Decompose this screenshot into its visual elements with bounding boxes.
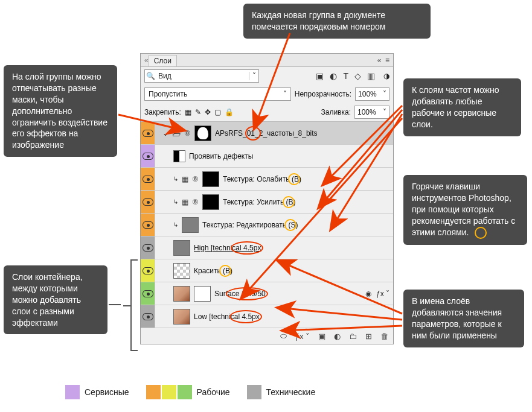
callout-layer-names: В имена слоёв добавляются значения парам…	[403, 290, 524, 347]
layer-body: Low [technical 4.5px	[155, 309, 393, 325]
fill-input[interactable]: 100% ˅	[354, 106, 389, 119]
layers-panel: « Слои « ≡ 🔍 Вид ˅ ▣ ◐ T ◇ ▥ ◑ Пропустит…	[140, 53, 394, 344]
opacity-value: 100%	[358, 90, 377, 98]
eye-icon	[143, 176, 153, 183]
layer-row[interactable]: Проявить дефекты	[141, 145, 393, 168]
group-mask-thumb[interactable]	[194, 125, 211, 141]
layer-name[interactable]: Текстура: Ослабить (B)	[223, 175, 301, 183]
new-layer-icon[interactable]: ⊞	[365, 332, 372, 341]
clip-icon: ↳	[173, 176, 178, 182]
layer-row[interactable]: Low [technical 4.5px	[141, 305, 393, 328]
bracket	[130, 259, 138, 351]
lock-brush-icon[interactable]: ✎	[195, 108, 201, 116]
layer-thumb[interactable]	[173, 263, 190, 279]
layer-thumb[interactable]	[202, 171, 219, 187]
visibility-toggle[interactable]	[141, 259, 155, 282]
layer-thumb[interactable]	[182, 217, 199, 233]
legend-tech: Технические	[247, 385, 316, 399]
layer-name[interactable]: Текстура: Усилить (B)	[223, 198, 296, 206]
filter-mode: Вид	[156, 72, 249, 80]
layer-thumb[interactable]	[173, 240, 190, 256]
blend-mode-value: Пропустить	[149, 90, 187, 98]
group-icon[interactable]: 🗀	[349, 332, 357, 341]
layer-row[interactable]: ↳▦⑧Текстура: Усилить (B)	[141, 191, 393, 214]
legend-service-label: Сервисные	[85, 387, 129, 397]
layer-thumb[interactable]	[173, 286, 190, 302]
layer-thumb[interactable]	[202, 194, 219, 210]
filter-toggle-icon[interactable]: ◑	[383, 72, 389, 80]
layer-thumb[interactable]	[194, 286, 211, 302]
link-icon: ⑧	[192, 175, 199, 183]
fx-indicator[interactable]: ƒx ˅	[376, 290, 389, 298]
layer-row[interactable]: Красить (B)	[141, 259, 393, 282]
layer-row[interactable]: ↳Текстура: Редактировать (S)	[141, 214, 393, 236]
clip-icon: ↳	[173, 221, 178, 228]
layer-name[interactable]: High [technical 4.5px	[194, 244, 261, 252]
link-icon[interactable]: ⬭	[280, 331, 287, 341]
smart-filter-icon[interactable]: ◉	[365, 290, 371, 298]
layer-body: ↳Текстура: Редактировать (S)	[155, 217, 393, 233]
chevron-down-icon[interactable]: ˅	[249, 72, 258, 80]
visibility-toggle[interactable]	[141, 145, 155, 167]
lock-all-icon[interactable]: 🔒	[225, 108, 234, 116]
blend-row: Пропустить ˅ Непрозрачность: 100% ˅	[141, 85, 393, 103]
opacity-label: Непрозрачность:	[295, 90, 351, 98]
layer-name[interactable]: Красить (B)	[194, 267, 232, 275]
opacity-input[interactable]: 100% ˅	[355, 87, 389, 101]
layer-body: High [technical 4.5px	[155, 240, 393, 256]
fx-icon[interactable]: ƒx ˅	[295, 332, 310, 341]
layer-name[interactable]: Текстура: Редактировать (S)	[202, 221, 298, 229]
blend-mode-select[interactable]: Пропустить ˅	[144, 87, 291, 101]
link-icon: ⑧	[192, 198, 199, 206]
legend-work-label: Рабочие	[197, 387, 230, 397]
layer-name[interactable]: Проявить дефекты	[189, 152, 253, 160]
lock-label: Закрепить:	[144, 108, 181, 116]
trash-icon[interactable]: 🗑	[380, 332, 388, 341]
filter-text-icon[interactable]: T	[343, 71, 348, 81]
layer-row[interactable]: ↳▦⑧Текстура: Ослабить (B)	[141, 168, 393, 191]
visibility-toggle[interactable]	[141, 122, 155, 144]
layer-name[interactable]: APsRFS_01_2_частоты_8_bits	[215, 129, 318, 138]
legend-work: Рабочие	[146, 385, 230, 399]
visibility-toggle[interactable]	[141, 282, 155, 305]
eye-icon	[143, 130, 153, 137]
layer-name[interactable]: Surface 17.9/50	[214, 290, 266, 298]
visibility-toggle[interactable]	[141, 305, 155, 328]
clip-icon: ↳	[173, 198, 178, 205]
visibility-toggle[interactable]	[141, 214, 155, 236]
filter-icon: ▦	[182, 198, 188, 206]
layer-body: ↳▦⑧Текстура: Ослабить (B)	[155, 171, 393, 187]
mask-icon[interactable]: ▣	[318, 332, 325, 341]
layer-thumb[interactable]	[173, 150, 185, 162]
layer-row[interactable]: ⌄🗁⑧APsRFS_01_2_частоты_8_bits	[141, 122, 393, 145]
filter-icon: ▦	[182, 175, 188, 183]
layer-body: ⌄🗁⑧APsRFS_01_2_частоты_8_bits	[155, 125, 393, 141]
filter-adjust-icon[interactable]: ◐	[330, 71, 337, 81]
layer-thumb[interactable]	[173, 309, 190, 325]
panel-menu-icon[interactable]: ≡	[385, 56, 389, 65]
disclosure-icon[interactable]: ⌄	[162, 129, 168, 138]
layer-extras: ◉ƒx ˅	[365, 290, 393, 298]
filter-shape-icon[interactable]: ◇	[354, 71, 361, 81]
layer-row[interactable]: High [technical 4.5px	[141, 236, 393, 259]
lock-pixels-icon[interactable]: ▦	[185, 108, 191, 116]
lock-position-icon[interactable]: ✥	[205, 108, 211, 116]
layers-tab[interactable]: Слои	[149, 55, 177, 66]
layer-row[interactable]: Surface 17.9/50◉ƒx ˅	[141, 282, 393, 305]
layer-filter[interactable]: 🔍 Вид ˅	[144, 69, 259, 83]
filter-image-icon[interactable]: ▣	[316, 71, 324, 81]
chevron-down-icon: ˅	[383, 108, 386, 116]
lock-artboard-icon[interactable]: ▢	[214, 108, 221, 116]
callout-group-mask: На слой группы можно отпечатывать разные…	[4, 65, 117, 157]
eye-icon	[143, 198, 153, 206]
layer-body: Красить (B)	[155, 263, 393, 279]
visibility-toggle[interactable]	[141, 191, 155, 213]
visibility-toggle[interactable]	[141, 168, 155, 190]
adjustment-icon[interactable]: ◐	[334, 332, 341, 341]
chevron-down-icon: ˅	[283, 90, 287, 98]
filter-smart-icon[interactable]: ▥	[367, 71, 375, 81]
eye-icon	[143, 153, 153, 160]
visibility-toggle[interactable]	[141, 236, 155, 259]
layer-name[interactable]: Low [technical 4.5px	[194, 312, 260, 321]
close-icon[interactable]: «	[377, 56, 382, 65]
